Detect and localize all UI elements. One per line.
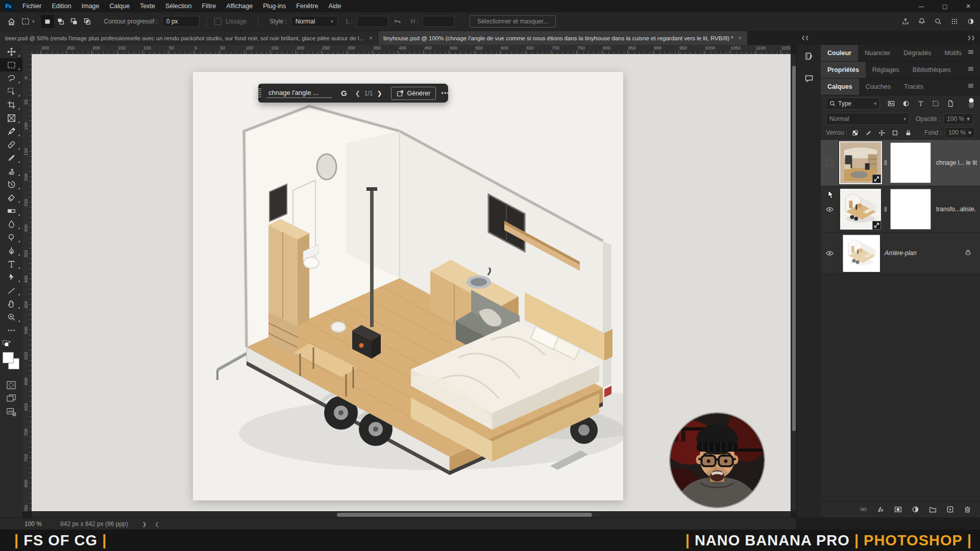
pixel-filter-icon[interactable] (887, 99, 895, 108)
tab-degrades[interactable]: Dégradés (897, 45, 938, 61)
vertical-ruler[interactable]: 0501001502002503003504004505005506006507… (22, 54, 32, 511)
smart-object-filter-icon[interactable] (946, 99, 954, 108)
hand-tool[interactable] (0, 297, 22, 310)
comments-icon[interactable] (797, 67, 821, 90)
line-tool[interactable] (0, 284, 22, 297)
previous-result-icon[interactable]: ❮ (355, 90, 360, 97)
layer-row[interactable]: Arrière-plan (821, 233, 980, 274)
menu-item-calque[interactable]: Calque (105, 0, 135, 12)
tab-motifs[interactable]: Motifs (938, 45, 968, 61)
add-to-selection-icon[interactable] (54, 15, 67, 28)
vertical-scrollbar-thumb[interactable] (792, 66, 796, 431)
more-options-button[interactable]: ••• (441, 89, 450, 97)
lock-all-icon[interactable] (904, 129, 912, 137)
layer-row[interactable]: chnage l... le lit (821, 140, 980, 186)
link-layers-icon[interactable] (859, 505, 868, 514)
bell-icon[interactable] (918, 17, 926, 26)
layer-name[interactable]: chnage l... le lit (936, 159, 977, 166)
layer-thumbnail[interactable] (840, 142, 881, 183)
delete-layer-icon[interactable] (963, 505, 972, 514)
layer-name[interactable]: Arrière-plan (885, 249, 917, 257)
search-icon[interactable] (934, 17, 942, 26)
layer-name[interactable]: transfo...aliste. (936, 206, 976, 213)
lock-artboard-icon[interactable] (891, 129, 899, 137)
tool-preset-chevron-icon[interactable]: ▾ (32, 19, 35, 24)
layer-row[interactable]: transfo...aliste. (821, 186, 980, 233)
panel-menu-icon[interactable] (967, 65, 975, 75)
theme-icon[interactable] (967, 17, 975, 26)
layer-thumbnail[interactable] (843, 235, 879, 271)
panel-menu-icon[interactable] (967, 82, 975, 92)
ruler-corner[interactable] (22, 45, 32, 55)
adjustment-layer-icon[interactable] (911, 505, 920, 514)
horizontal-scrollbar-thumb[interactable] (337, 513, 592, 517)
new-group-icon[interactable] (928, 505, 937, 514)
eraser-tool[interactable] (0, 191, 22, 204)
new-selection-icon[interactable] (41, 15, 54, 28)
layer-mask-thumbnail[interactable] (890, 142, 931, 183)
versions-icon[interactable] (797, 45, 821, 67)
pen-tool[interactable] (0, 244, 22, 257)
type-tool[interactable] (0, 257, 22, 270)
width-input[interactable] (357, 16, 388, 27)
subtract-from-selection-icon[interactable] (67, 15, 81, 28)
tab-calques[interactable]: Calques (821, 79, 859, 95)
filter-toggle[interactable] (968, 97, 975, 110)
tab-traces[interactable]: Tracés (897, 79, 930, 95)
tab-couleur[interactable]: Couleur (821, 45, 858, 61)
horizontal-ruler[interactable]: 3002502001501005005010015020025030035040… (32, 45, 791, 55)
layer-effects-icon[interactable] (876, 505, 885, 514)
lasso-tool[interactable] (0, 71, 22, 85)
frame-tool[interactable] (0, 111, 22, 124)
status-next-icon[interactable]: ❯ (142, 521, 146, 527)
quick-mask-icon[interactable] (0, 379, 22, 392)
menu-item-aide[interactable]: Aide (323, 0, 346, 12)
type-filter-icon[interactable] (917, 99, 925, 108)
menu-item-edition[interactable]: Edition (47, 0, 77, 12)
lock-transparency-icon[interactable] (851, 129, 859, 137)
menu-item-texte[interactable]: Texte (135, 0, 160, 12)
menu-item-fichier[interactable]: Fichier (17, 0, 47, 12)
close-button[interactable]: ✕ (957, 0, 980, 12)
foreground-background-swatches[interactable] (0, 350, 22, 379)
swap-colors-mini-icon[interactable] (0, 340, 24, 348)
crop-tool[interactable] (0, 98, 22, 111)
anti-alias-checkbox[interactable] (214, 18, 222, 25)
expand-panels-icon[interactable]: ❯❯ (967, 35, 975, 40)
add-mask-icon[interactable] (894, 505, 902, 514)
layer-mask-link-icon[interactable] (881, 205, 890, 213)
menu-item-plug-ins[interactable]: Plug-ins (258, 0, 291, 12)
opacity-value[interactable]: 100 %▾ (943, 113, 973, 124)
document-tab-tinyhouse[interactable]: tinyhouse.psd @ 100% (chnage l'angle de … (378, 31, 748, 45)
blend-mode-select[interactable]: Normal▾ (826, 113, 910, 125)
select-and-mask-button[interactable]: Sélectionner et masquer... (470, 15, 556, 28)
zoom-level[interactable]: 100 % (24, 520, 42, 528)
prompt-text[interactable]: chnage l'angle ... (266, 89, 332, 98)
tab-couches[interactable]: Couches (859, 79, 897, 95)
screen-mode-icon[interactable] (0, 392, 22, 405)
status-prev-icon[interactable]: ❮ (155, 521, 159, 527)
path-selection-tool[interactable] (0, 270, 22, 284)
feather-input[interactable]: 0 px (162, 16, 200, 27)
document-tab-beer[interactable]: beer.psd @ 50% (rends l'image plus profe… (0, 31, 378, 45)
apps-icon[interactable] (950, 17, 959, 26)
tab-reglages[interactable]: Réglages (866, 62, 906, 78)
tab-bibliotheques[interactable]: Bibliothèques (906, 62, 958, 78)
layer-mask-link-icon[interactable] (881, 159, 890, 167)
eyedropper-tool[interactable] (0, 124, 22, 138)
maximize-button[interactable]: ▢ (933, 0, 957, 12)
move-tool[interactable] (0, 45, 22, 58)
share-image-icon[interactable] (0, 405, 22, 418)
layer-mask-thumbnail[interactable] (890, 189, 931, 230)
next-result-icon[interactable]: ❯ (377, 90, 382, 97)
spot-healing-tool[interactable] (0, 138, 22, 151)
menu-item-fenetre[interactable]: Fenêtre (291, 0, 323, 12)
style-select[interactable]: Normal▾ (291, 16, 338, 27)
fill-value[interactable]: 100 %▾ (945, 127, 975, 138)
brush-tool[interactable] (0, 151, 22, 164)
foreground-color-swatch[interactable] (3, 352, 14, 363)
intersect-selection-icon[interactable] (81, 15, 94, 28)
menu-item-affichage[interactable]: Affichage (221, 0, 258, 12)
rectangular-marquee-tool[interactable] (0, 58, 22, 71)
panel-menu-icon[interactable] (967, 48, 975, 58)
